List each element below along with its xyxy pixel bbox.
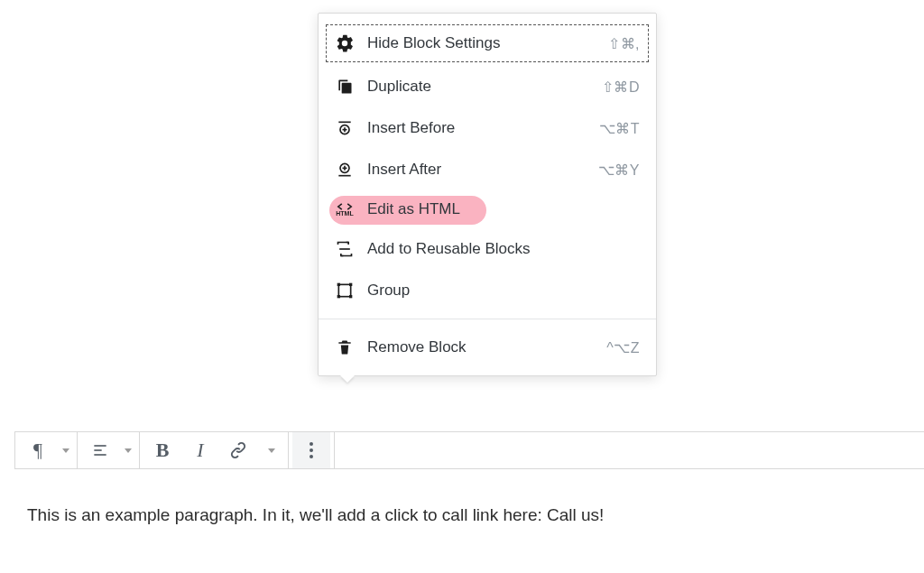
svg-rect-13 [349, 295, 352, 298]
italic-icon: I [197, 439, 203, 462]
align-button[interactable] [81, 432, 119, 468]
toolbar-group-more [289, 432, 335, 468]
svg-rect-12 [337, 295, 340, 298]
menu-item-insert-after[interactable]: Insert After ⌥⌘Y [319, 149, 656, 190]
toolbar-group-format: B I [140, 432, 289, 468]
block-type-chevron[interactable] [57, 432, 73, 468]
html-icon: HTML [335, 199, 355, 219]
menu-item-shortcut: ⇧⌘, [608, 35, 640, 52]
toolbar-group-align [78, 432, 140, 468]
paragraph-block-text[interactable]: This is an example paragraph. In it, we'… [27, 505, 917, 525]
chevron-down-icon [62, 448, 69, 453]
italic-button[interactable]: I [181, 432, 219, 468]
menu-item-label: Hide Block Settings [367, 34, 596, 52]
group-icon [335, 281, 355, 300]
bold-button[interactable]: B [143, 432, 181, 468]
block-type-button[interactable]: ¶ [19, 432, 57, 468]
menu-separator [319, 319, 656, 319]
menu-item-add-reusable[interactable]: Add to Reusable Blocks [319, 228, 656, 270]
pilcrow-icon: ¶ [33, 439, 42, 462]
chevron-down-icon [125, 448, 132, 453]
insert-before-icon [335, 118, 355, 138]
more-options-button[interactable] [292, 432, 330, 468]
menu-item-shortcut: ⌥⌘T [599, 120, 640, 137]
insert-after-icon [335, 160, 355, 180]
menu-item-label: Insert After [367, 161, 586, 179]
svg-rect-10 [337, 283, 340, 286]
menu-item-edit-as-html[interactable]: HTML Edit as HTML [319, 190, 656, 228]
block-options-menu: Hide Block Settings ⇧⌘, Duplicate ⇧⌘D In… [318, 13, 657, 376]
format-more-chevron[interactable] [257, 432, 284, 468]
menu-item-duplicate[interactable]: Duplicate ⇧⌘D [319, 66, 656, 107]
menu-item-label: Add to Reusable Blocks [367, 240, 640, 258]
chevron-down-icon [268, 448, 275, 453]
duplicate-icon [335, 77, 355, 97]
menu-item-label: Group [367, 282, 640, 300]
link-icon [228, 440, 248, 460]
align-chevron[interactable] [119, 432, 135, 468]
gear-icon [335, 33, 355, 53]
svg-rect-9 [338, 284, 350, 296]
menu-item-group[interactable]: Group [319, 270, 656, 311]
align-left-icon [91, 441, 109, 459]
menu-item-shortcut: ⇧⌘D [602, 79, 640, 96]
block-toolbar: ¶ B I [14, 431, 924, 469]
toolbar-group-block-type: ¶ [15, 432, 78, 468]
menu-item-label: Remove Block [367, 338, 594, 356]
menu-item-label: Insert Before [367, 119, 587, 137]
menu-item-shortcut: ^⌥Z [606, 339, 640, 356]
more-vertical-icon [310, 442, 313, 458]
menu-item-insert-before[interactable]: Insert Before ⌥⌘T [319, 107, 656, 149]
menu-item-hide-block-settings[interactable]: Hide Block Settings ⇧⌘, [324, 23, 651, 64]
menu-item-remove-block[interactable]: Remove Block ^⌥Z [319, 327, 656, 368]
menu-item-label: Edit as HTML [367, 200, 640, 218]
link-button[interactable] [219, 432, 257, 468]
trash-icon [335, 337, 355, 357]
svg-rect-11 [349, 283, 352, 286]
bold-icon: B [156, 439, 170, 462]
menu-item-label: Duplicate [367, 78, 589, 96]
reusable-icon [335, 239, 355, 259]
menu-item-shortcut: ⌥⌘Y [598, 162, 640, 179]
